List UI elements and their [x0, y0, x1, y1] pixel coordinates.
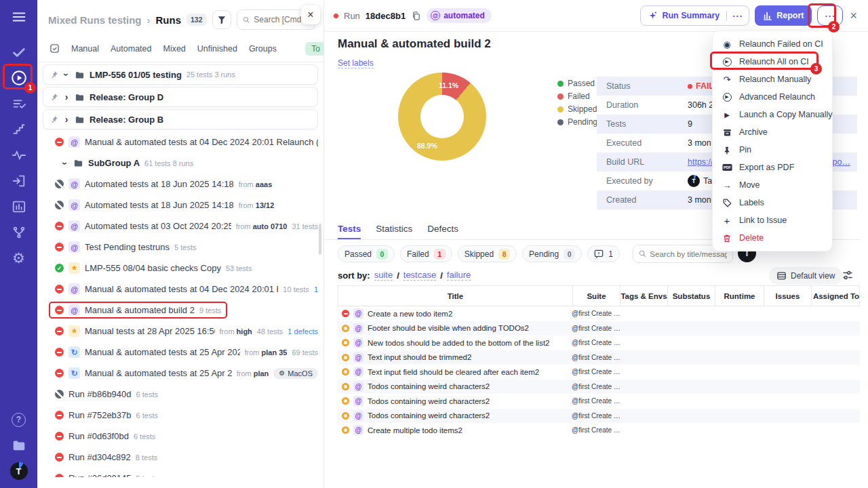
menu-item-relaunch-manually[interactable]: ↷ Relaunch Manually [713, 70, 832, 88]
col-suite[interactable]: Suite [572, 286, 620, 306]
sort-by-suite[interactable]: suite [374, 270, 393, 281]
run-list-item[interactable]: › Manual & automated tests at 04 Dec 202… [37, 279, 323, 300]
menu-item-link-to-issue[interactable]: + Link to Issue [713, 211, 832, 229]
sort-by-testcase[interactable]: testcase [403, 270, 436, 281]
runs-play-icon[interactable] [0, 65, 37, 91]
run-defects-link[interactable]: 1 [314, 285, 318, 293]
sort-by-failure[interactable]: failure [447, 270, 471, 281]
breadcrumb-project[interactable]: Mixed Runs testing [48, 14, 142, 26]
test-row[interactable]: Create a new todo item2 @first Create … [338, 306, 860, 321]
chevron-icon[interactable]: › [61, 71, 72, 78]
tab-defects[interactable]: Defects [427, 224, 458, 239]
build-url-link-end[interactable]: po… [833, 157, 850, 167]
report-button[interactable]: Report [755, 5, 812, 26]
run-list-item[interactable]: › Test Pending testruns from 5 tests ⚙ [37, 237, 323, 258]
run-list-item[interactable]: › Run #0d63f0bd from 6 tests ⚙ [37, 426, 323, 447]
select-all-icon[interactable] [50, 43, 60, 54]
tab-tests[interactable]: Tests [338, 224, 361, 239]
run-list-item[interactable]: › LMP-556 01/05 testing from 25 tests 3 … [43, 64, 318, 85]
run-list-item[interactable]: › Release: Group D from ⚙ [43, 87, 318, 107]
run-summary-button[interactable]: Run Summary ··· [640, 5, 749, 26]
import-icon[interactable] [0, 168, 37, 194]
menu-item-launch-copy[interactable]: ▶ Launch a Copy Manually [713, 106, 832, 123]
tab-unfinished[interactable]: Unfinished [197, 44, 237, 54]
tab-manual[interactable]: Manual [71, 44, 99, 54]
tab-mixed[interactable]: Mixed [163, 44, 185, 54]
run-list-item[interactable]: › Run #26d30145 from 5 tests ⚙ [37, 468, 323, 477]
chevron-icon[interactable]: › [63, 92, 70, 102]
col-issues[interactable]: Issues [764, 286, 811, 306]
test-row[interactable]: Footer should be visible when adding TOD… [338, 321, 860, 336]
chip-failed[interactable]: Failed1 [400, 245, 452, 262]
menu-item-relaunch-failed-ci[interactable]: ◉ Relaunch Failed on CI [713, 35, 832, 53]
panel-scrollbar[interactable] [319, 224, 321, 255]
tab-groups[interactable]: Groups [249, 44, 277, 54]
menu-item-archive[interactable]: Archive [713, 123, 832, 141]
chip-skipped[interactable]: Skipped8 [458, 245, 517, 262]
col-title[interactable]: Title [338, 286, 572, 306]
run-list-item[interactable]: › Manual & automated build 2 from 9 test… [37, 300, 323, 321]
set-labels-link[interactable]: Set labels [338, 58, 374, 68]
copy-icon[interactable] [411, 11, 421, 21]
menu-item-export-pdf[interactable]: PDF Export as PDF [713, 159, 832, 176]
panel-close-icon[interactable]: × [301, 5, 320, 24]
chevron-icon[interactable]: › [60, 160, 71, 167]
test-row[interactable]: Create multiple todo items2 @first Creat… [338, 423, 860, 438]
pulse-icon[interactable] [0, 142, 37, 168]
projects-folder-icon[interactable] [0, 432, 37, 458]
menu-item-pin[interactable]: Pin [713, 141, 832, 159]
col-substatus[interactable]: Substatus [667, 286, 715, 306]
run-list-item[interactable]: › Run #d304c892 from 8 tests ⚙ [37, 447, 323, 468]
filter-button[interactable] [212, 10, 231, 29]
run-list-item[interactable]: › Release: Group B from ⚙ [43, 109, 318, 129]
user-avatar[interactable]: T [0, 458, 37, 484]
col-runtime[interactable]: Runtime [715, 286, 764, 306]
branch-icon[interactable] [0, 220, 37, 245]
test-plans-icon[interactable] [0, 91, 37, 117]
build-url-link[interactable]: https:// [688, 157, 713, 167]
chip-comments[interactable]: 1 [587, 245, 620, 262]
tab-statistics[interactable]: Statistics [376, 224, 412, 239]
test-row[interactable]: Todos containing weird characters2 @firs… [338, 394, 860, 409]
tab-automated[interactable]: Automated [111, 44, 151, 54]
close-run-icon[interactable]: × [848, 9, 859, 23]
tests-check-icon[interactable] [0, 39, 37, 65]
chip-pending[interactable]: Pending0 [522, 245, 582, 262]
test-row[interactable]: Todos containing weird characters2 @firs… [338, 409, 860, 424]
steps-icon[interactable] [0, 117, 37, 142]
chip-passed[interactable]: Passed0 [338, 245, 395, 262]
analytics-icon[interactable] [0, 194, 37, 220]
run-defects-link[interactable]: 1 defects [288, 327, 318, 336]
run-list-item[interactable]: › Manual tests at 28 Apr 2025 16:50 from… [37, 321, 323, 342]
run-list-item[interactable]: › Automated tests at 18 Jun 2025 14:18 f… [37, 174, 323, 195]
test-row[interactable]: Text input should be trimmed2 @first Cre… [338, 350, 860, 365]
run-list-item[interactable]: › Automated tests at 03 Oct 2024 20:25 f… [37, 216, 323, 237]
run-list-item[interactable]: › SubGroup A from 61 tests 8 runs ⚙ [37, 152, 323, 174]
test-row[interactable]: Text input field should be cleared after… [338, 365, 860, 380]
columns-settings-icon[interactable] [842, 270, 853, 283]
run-summary-more-button[interactable]: ··· [726, 11, 749, 21]
more-actions-button[interactable]: ··· [817, 5, 843, 26]
menu-item-advanced-relaunch[interactable]: ▶ Advanced Relaunch [713, 88, 832, 106]
menu-item-relaunch-all-ci[interactable]: ▶ Relaunch All on CI [713, 53, 832, 70]
menu-item-move[interactable]: → Move [713, 176, 832, 194]
test-row[interactable]: New todos should be added to the bottom … [338, 336, 860, 350]
run-list-item[interactable]: › Manual & automated tests at 25 Apr 202… [37, 342, 323, 363]
menu-item-labels[interactable]: Labels [713, 194, 832, 211]
settings-gear-icon[interactable]: ⚙ [0, 245, 37, 271]
run-list-item[interactable]: › Run #752eb37b from 6 tests ⚙ [37, 405, 323, 426]
run-list-item[interactable]: › Manual & automated tests at 25 Apr 202… [37, 363, 323, 384]
default-view-button[interactable]: Default view [769, 267, 842, 285]
chevron-icon[interactable]: › [63, 114, 70, 125]
run-list-item[interactable]: › LMP-555 08/04 basic checks Copy from 5… [37, 258, 323, 279]
run-list-item[interactable]: › Run #b86b940d from 6 tests ⚙ [37, 384, 323, 405]
period-chip[interactable]: To [305, 42, 324, 56]
run-tag-automated[interactable]: @automated [427, 8, 492, 23]
col-assigned-to[interactable]: Assigned To [811, 286, 861, 306]
menu-icon[interactable] [0, 5, 37, 28]
run-list-item[interactable]: › Manual & automated tests at 04 Dec 202… [37, 131, 323, 152]
menu-item-delete[interactable]: Delete [713, 229, 832, 247]
col-tags-envs[interactable]: Tags & Envs [620, 286, 667, 306]
tests-search-input[interactable] [650, 250, 727, 258]
run-list-item[interactable]: › Automated tests at 18 Jun 2025 14:18 f… [37, 195, 323, 216]
